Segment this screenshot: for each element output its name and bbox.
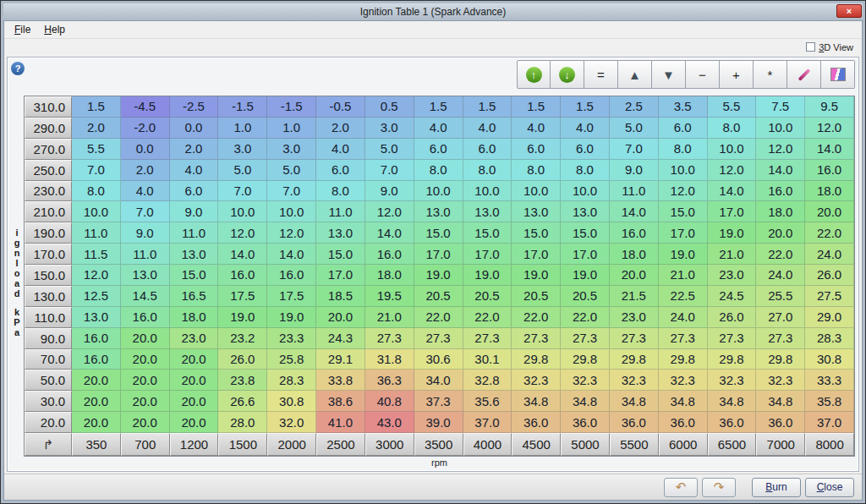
value-cell[interactable]: 27.3 [708,328,757,349]
value-cell[interactable]: 22.0 [463,307,512,328]
value-cell[interactable]: 10.0 [414,181,463,202]
value-cell[interactable]: 32.8 [463,370,512,391]
x-axis-cell[interactable]: 8000 [805,433,854,456]
value-cell[interactable]: 20.0 [72,412,121,433]
value-cell[interactable]: 13.0 [316,222,365,244]
value-cell[interactable]: 16.0 [121,307,170,328]
x-axis-cell[interactable]: 6000 [659,433,708,456]
value-cell[interactable]: 17.0 [316,265,365,286]
value-cell[interactable]: 5.0 [267,160,316,181]
value-cell[interactable]: 20.5 [512,286,561,307]
help-icon[interactable]: ? [11,62,25,75]
value-cell[interactable]: 18.0 [170,307,219,328]
value-cell[interactable]: 13.0 [72,307,121,328]
value-cell[interactable]: 21.0 [708,244,757,265]
value-cell[interactable]: 6.0 [659,118,708,139]
value-cell[interactable]: 20.0 [170,370,219,391]
value-cell[interactable]: 20.0 [121,370,170,391]
value-cell[interactable]: 14.0 [805,139,854,160]
x-axis-cell[interactable]: 7000 [756,433,805,456]
value-cell[interactable]: 3.0 [267,139,316,160]
value-cell[interactable]: 10.0 [72,201,121,222]
value-cell[interactable]: 34.8 [756,391,805,412]
value-cell[interactable]: 8.0 [414,160,463,181]
value-cell[interactable]: 2.0 [170,139,219,160]
value-cell[interactable]: 20.0 [121,328,170,349]
value-cell[interactable]: 16.0 [805,160,854,181]
value-cell[interactable]: 16.5 [170,286,219,307]
value-cell[interactable]: 12.0 [218,222,267,244]
value-cell[interactable]: 7.0 [218,181,267,202]
value-cell[interactable]: 10.0 [218,201,267,222]
value-cell[interactable]: 2.0 [121,160,170,181]
value-cell[interactable]: 8.0 [72,181,121,202]
value-cell[interactable]: 20.0 [121,391,170,412]
add-button[interactable]: + [720,60,754,89]
value-cell[interactable]: 16.0 [218,265,267,286]
value-cell[interactable]: 16.0 [365,244,414,265]
value-cell[interactable]: 0.5 [365,96,414,118]
value-cell[interactable]: 28.3 [267,370,316,391]
menu-file[interactable]: File [8,22,37,37]
value-cell[interactable]: 26.0 [805,265,854,286]
value-cell[interactable]: 17.5 [218,286,267,307]
value-cell[interactable]: 29.8 [610,349,659,370]
value-cell[interactable]: 19.0 [463,265,512,286]
value-cell[interactable]: 34.8 [512,391,561,412]
value-cell[interactable]: 24.0 [659,307,708,328]
value-cell[interactable]: 13.0 [414,201,463,222]
value-cell[interactable]: 4.0 [561,118,610,139]
value-cell[interactable]: 20.0 [170,391,219,412]
value-cell[interactable]: 43.0 [365,412,414,433]
value-cell[interactable]: 35.8 [805,391,854,412]
x-axis-cell[interactable]: 5500 [610,433,659,456]
value-cell[interactable]: 8.0 [659,139,708,160]
value-cell[interactable]: 34.8 [610,391,659,412]
x-axis-cell[interactable]: 350 [72,433,121,456]
value-cell[interactable]: 40.8 [365,391,414,412]
y-axis-cell[interactable]: 230.0 [25,181,72,202]
import-table-button[interactable]: ↑ [517,60,551,89]
value-cell[interactable]: 7.0 [72,160,121,181]
value-cell[interactable]: 13.0 [463,201,512,222]
value-cell[interactable]: 10.0 [756,118,805,139]
value-cell[interactable]: 4.0 [463,118,512,139]
y-axis-cell[interactable]: 30.0 [25,391,72,412]
value-cell[interactable]: 32.0 [267,412,316,433]
value-cell[interactable]: 23.0 [170,328,219,349]
undo-button[interactable]: ↶ [664,478,698,497]
value-cell[interactable]: 34.8 [708,391,757,412]
value-cell[interactable]: 10.0 [561,181,610,202]
value-cell[interactable]: 20.5 [414,286,463,307]
value-cell[interactable]: 6.0 [316,160,365,181]
value-cell[interactable]: 6.0 [414,139,463,160]
value-cell[interactable]: 19.0 [414,265,463,286]
value-cell[interactable]: 22.0 [561,307,610,328]
value-cell[interactable]: 20.0 [72,370,121,391]
value-cell[interactable]: 20.0 [805,201,854,222]
value-cell[interactable]: 5.5 [72,139,121,160]
value-cell[interactable]: 21.5 [610,286,659,307]
value-cell[interactable]: 16.0 [72,349,121,370]
y-axis-cell[interactable]: 150.0 [25,265,72,286]
x-axis-cell[interactable]: 5000 [561,433,610,456]
decrement-button[interactable]: ▼ [652,60,686,89]
value-cell[interactable]: 27.3 [561,328,610,349]
y-axis-cell[interactable]: 70.0 [25,349,72,370]
value-cell[interactable]: 32.3 [561,370,610,391]
value-cell[interactable]: 20.0 [121,412,170,433]
subtract-button[interactable]: − [686,60,720,89]
value-cell[interactable]: 23.0 [708,265,757,286]
value-cell[interactable]: -2.0 [121,118,170,139]
value-cell[interactable]: 17.5 [267,286,316,307]
value-cell[interactable]: 5.0 [218,160,267,181]
value-cell[interactable]: 8.0 [512,160,561,181]
value-cell[interactable]: 13.0 [121,265,170,286]
value-cell[interactable]: 21.0 [659,265,708,286]
value-cell[interactable]: 36.0 [610,412,659,433]
value-cell[interactable]: 7.0 [365,160,414,181]
value-cell[interactable]: 18.0 [365,265,414,286]
value-cell[interactable]: 22.0 [512,307,561,328]
value-cell[interactable]: 32.3 [659,370,708,391]
value-cell[interactable]: 20.0 [170,412,219,433]
